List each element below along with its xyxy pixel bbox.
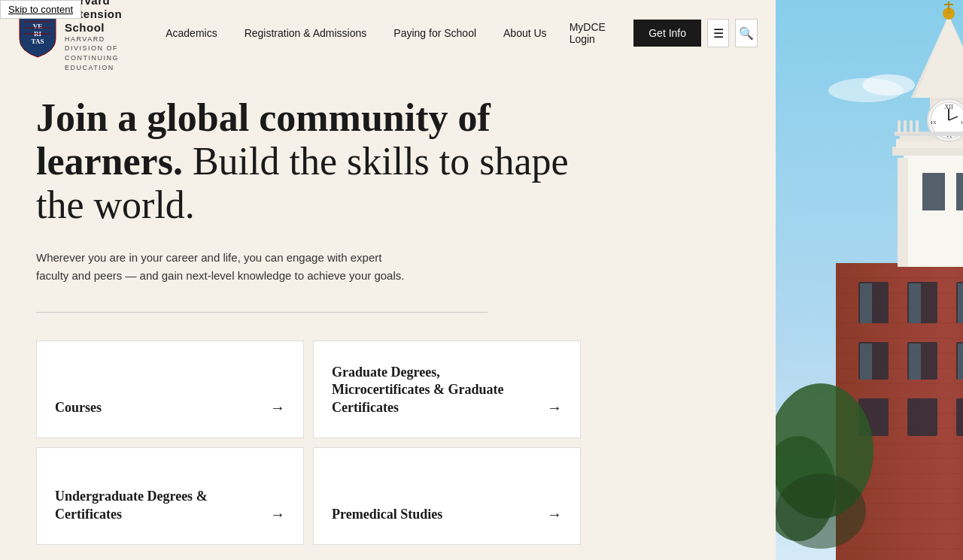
- skip-link[interactable]: Skip to content: [0, 0, 81, 19]
- cards-grid: Courses → Graduate Degrees, Microcertifi…: [0, 341, 617, 560]
- svg-point-11: [862, 74, 915, 95]
- hero-building-illustration: XII III VI IX: [776, 0, 963, 560]
- nav-link-about[interactable]: About Us: [490, 0, 560, 66]
- search-button[interactable]: 🔍: [735, 19, 757, 47]
- hero-subtitle: Wherever you are in your career and life…: [36, 249, 412, 285]
- card-courses-title: Courses: [55, 399, 102, 416]
- svg-rect-46: [958, 283, 963, 323]
- svg-text:IX: IX: [931, 120, 936, 126]
- svg-point-90: [776, 474, 866, 549]
- svg-rect-5: [24, 33, 51, 35]
- card-undergraduate[interactable]: Undergraduate Degrees & Certificates →: [36, 447, 304, 545]
- card-courses-arrow: →: [270, 399, 285, 416]
- divider: [36, 312, 488, 313]
- card-premedical-arrow: →: [547, 506, 562, 523]
- svg-rect-81: [916, 120, 919, 134]
- svg-rect-55: [922, 173, 945, 210]
- svg-rect-42: [956, 398, 963, 436]
- card-courses[interactable]: Courses →: [36, 341, 304, 438]
- hero-title: Join a global community of learners. Bui…: [36, 96, 608, 228]
- hero-image: XII III VI IX: [776, 0, 963, 560]
- svg-rect-4: [24, 27, 51, 29]
- svg-rect-50: [958, 344, 963, 380]
- svg-rect-56: [956, 173, 963, 210]
- card-graduate[interactable]: Graduate Degrees, Microcertificates & Gr…: [313, 341, 581, 438]
- svg-text:TAS: TAS: [32, 38, 44, 45]
- card-graduate-arrow: →: [547, 399, 562, 416]
- svg-rect-78: [898, 120, 901, 134]
- svg-rect-48: [860, 344, 872, 380]
- card-graduate-title: Graduate Degrees, Microcertificates & Gr…: [332, 364, 527, 416]
- svg-rect-41: [907, 398, 937, 436]
- nav-links: Academics Registration & Admissions Payi…: [152, 0, 560, 66]
- nav-link-paying[interactable]: Paying for School: [380, 0, 490, 66]
- search-icon: 🔍: [739, 26, 754, 41]
- svg-rect-79: [904, 120, 907, 134]
- svg-rect-3: [24, 21, 51, 23]
- menu-icon: ☰: [713, 26, 724, 41]
- card-undergraduate-title: Undergraduate Degrees & Certificates: [55, 488, 251, 523]
- menu-button[interactable]: ☰: [707, 19, 729, 47]
- nav-right: MyDCE Login Get Info ☰ 🔍: [560, 19, 758, 47]
- page-wrapper: Skip to content VE RI TAS Harvard Extens…: [0, 0, 963, 560]
- get-info-button[interactable]: Get Info: [633, 20, 701, 47]
- mydce-login-link[interactable]: MyDCE Login: [560, 21, 628, 45]
- svg-text:VE: VE: [33, 23, 43, 30]
- svg-rect-80: [910, 120, 913, 134]
- svg-rect-53: [898, 158, 908, 267]
- card-undergraduate-arrow: →: [270, 506, 285, 523]
- svg-rect-44: [860, 283, 872, 323]
- hero-section: Join a global community of learners. Bui…: [0, 66, 776, 341]
- svg-rect-49: [909, 344, 921, 380]
- card-premedical[interactable]: Premedical Studies →: [313, 447, 581, 545]
- nav-link-registration[interactable]: Registration & Admissions: [231, 0, 381, 66]
- school-sub1: HARVARD DIVISION OF: [65, 35, 122, 53]
- navbar: VE RI TAS Harvard Extension School HARVA…: [0, 0, 776, 66]
- svg-rect-45: [909, 283, 921, 323]
- card-premedical-title: Premedical Studies: [332, 506, 442, 523]
- content-area: Skip to content VE RI TAS Harvard Extens…: [0, 0, 776, 560]
- nav-link-academics[interactable]: Academics: [152, 0, 230, 66]
